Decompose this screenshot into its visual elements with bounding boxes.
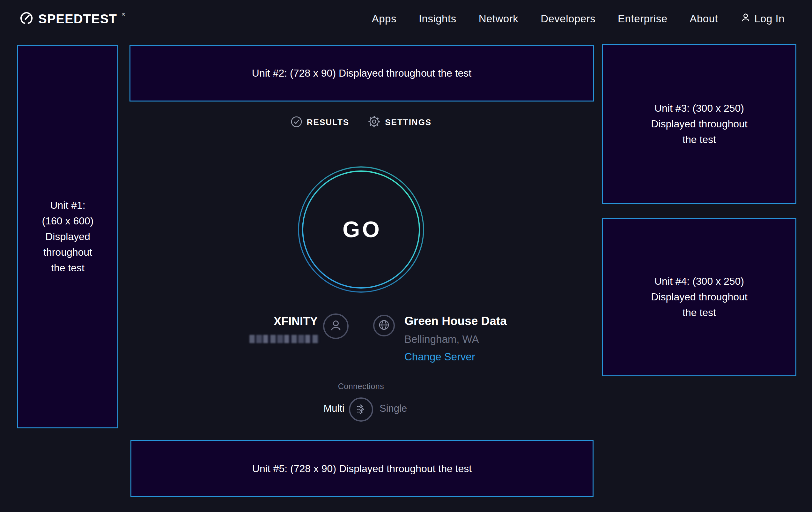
speedometer-gauge-icon	[19, 11, 34, 27]
ad-unit-1[interactable]: Unit #1: (160 x 600) Displayed throughou…	[17, 45, 118, 428]
go-button[interactable]: GO	[297, 166, 425, 293]
multi-connections-arrows-icon	[354, 402, 368, 417]
speedtest-logo[interactable]: SPEEDTEST ®	[19, 11, 124, 27]
ad-unit-5[interactable]: Unit #5: (728 x 90) Displayed throughout…	[130, 440, 593, 497]
header: SPEEDTEST ® Apps Insights Network Develo…	[0, 0, 812, 38]
nav-login[interactable]: Log In	[740, 12, 785, 26]
globe-icon	[378, 319, 390, 332]
tab-bar: RESULTS SETTINGS	[265, 115, 457, 130]
server-icon-circle[interactable]	[373, 315, 395, 336]
ad-unit-3[interactable]: Unit #3: (300 x 250) Displayed throughou…	[602, 44, 796, 204]
nav-login-label: Log In	[754, 13, 785, 25]
check-circle-icon	[291, 116, 302, 129]
logo-trademark: ®	[122, 12, 125, 17]
gear-icon	[368, 115, 380, 129]
isp-icon-circle[interactable]	[323, 314, 349, 339]
redacted-ip-address	[250, 335, 319, 343]
ad-unit-2[interactable]: Unit #2: (728 x 90) Displayed throughout…	[129, 45, 594, 102]
connections-label: Connections	[297, 382, 425, 391]
isp-name: XFINITY	[223, 315, 318, 328]
change-server-link[interactable]: Change Server	[404, 351, 475, 363]
ad-unit-5-text: Unit #5: (728 x 90) Displayed throughout…	[252, 461, 472, 477]
ad-unit-4-text: Unit #4: (300 x 250) Displayed throughou…	[651, 274, 747, 321]
ad-unit-3-text: Unit #3: (300 x 250) Displayed throughou…	[651, 101, 747, 147]
ad-unit-1-text: Unit #1: (160 x 600) Displayed throughou…	[42, 197, 94, 276]
nav-item-insights[interactable]: Insights	[419, 13, 456, 25]
tab-settings[interactable]: SETTINGS	[368, 115, 432, 129]
nav-item-developers[interactable]: Developers	[541, 13, 596, 25]
nav-item-network[interactable]: Network	[479, 13, 519, 25]
tab-results[interactable]: RESULTS	[291, 116, 349, 129]
server-info: Green House Data Bellingham, WA Change S…	[404, 314, 507, 363]
tab-settings-label: SETTINGS	[385, 117, 432, 127]
ad-unit-4[interactable]: Unit #4: (300 x 250) Displayed throughou…	[602, 218, 796, 376]
server-location: Bellingham, WA	[404, 333, 507, 345]
connections-toggle[interactable]	[349, 397, 373, 422]
ad-unit-2-text: Unit #2: (728 x 90) Displayed throughout…	[252, 65, 471, 81]
speedtest-page: SPEEDTEST ® Apps Insights Network Develo…	[0, 0, 812, 512]
nav-item-apps[interactable]: Apps	[372, 13, 397, 25]
logo-text: SPEEDTEST	[38, 12, 117, 26]
nav-item-about[interactable]: About	[690, 13, 718, 25]
user-icon	[740, 12, 751, 26]
nav-item-enterprise[interactable]: Enterprise	[618, 13, 667, 25]
go-button-label: GO	[297, 166, 425, 293]
tab-results-label: RESULTS	[307, 117, 349, 127]
server-name: Green House Data	[404, 314, 507, 328]
main-nav: Apps Insights Network Developers Enterpr…	[372, 12, 785, 26]
person-icon	[328, 318, 343, 334]
connections-single-option[interactable]: Single	[379, 403, 407, 414]
connections-multi-option[interactable]: Multi	[281, 403, 344, 414]
